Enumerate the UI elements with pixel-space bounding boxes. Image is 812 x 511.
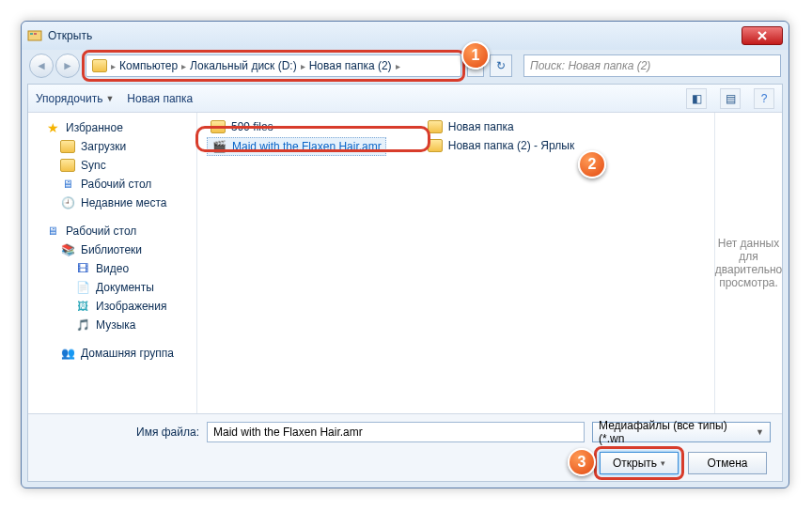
folder-icon [211, 119, 226, 134]
preview-text: Нет данных для дварительно просмотра. [715, 237, 782, 289]
filename-input[interactable] [207, 422, 585, 442]
desktop-icon: 🖥 [60, 177, 75, 192]
chevron-right-icon: ▸ [396, 61, 400, 71]
preview-pane: Нет данных для дварительно просмотра. [714, 113, 782, 413]
libraries-icon: 📚 [60, 242, 75, 257]
cancel-button[interactable]: Отмена [688, 452, 767, 474]
new-folder-label: Новая папка [127, 92, 193, 105]
label: Документы [96, 281, 154, 294]
file-name: Новая папка (2) - Ярлык [448, 139, 574, 152]
sidebar-music[interactable]: 🎵Музыка [28, 316, 196, 334]
file-name: 599 files [231, 120, 273, 133]
file-name: Maid with the Flaxen Hair.amr [232, 140, 382, 153]
toolbar: Упорядочить ▼ Новая папка ◧ ▤ ? [28, 85, 782, 113]
sidebar-sync[interactable]: Sync [28, 156, 196, 175]
file-item-selected[interactable]: 🎬Maid with the Flaxen Hair.amr [207, 137, 386, 156]
pictures-icon: 🖼 [75, 299, 90, 314]
filename-label: Имя файла: [39, 426, 199, 439]
refresh-button[interactable]: ↻ [490, 54, 512, 77]
sidebar-documents[interactable]: 📄Документы [28, 278, 196, 297]
recent-icon: 🕘 [60, 195, 75, 210]
star-icon: ★ [45, 120, 60, 135]
label: Рабочий стол [81, 178, 151, 191]
dialog-footer: Имя файла: Медиафайлы (все типы) (*.wn ▼… [28, 413, 782, 481]
window-close-button[interactable] [742, 26, 783, 45]
label: Библиотеки [81, 243, 142, 256]
chevron-right-icon: ▸ [301, 61, 305, 71]
label: Sync [81, 159, 106, 172]
cancel-label: Отмена [707, 457, 747, 470]
addressbar[interactable]: ▸ Компьютер ▸ Локальный диск (D:) ▸ Нова… [86, 54, 461, 77]
sidebar[interactable]: ★Избранное Загрузки Sync 🖥Рабочий стол 🕘… [28, 113, 197, 413]
nav-forward-button[interactable]: ► [55, 54, 80, 78]
file-item-folder[interactable]: Новая папка [424, 118, 578, 135]
preview-icon: ▤ [726, 92, 736, 105]
app-icon [27, 28, 42, 43]
close-icon [757, 31, 767, 40]
breadcrumb-computer[interactable]: Компьютер [119, 59, 178, 72]
music-icon: 🎵 [75, 317, 90, 333]
open-label: Открыть [613, 457, 657, 470]
label: Недавние места [81, 196, 166, 209]
svg-rect-1 [30, 33, 33, 35]
annotation-badge-1: 1 [461, 41, 490, 70]
svg-rect-2 [34, 33, 37, 35]
desktop-icon: 🖥 [45, 224, 60, 239]
svg-rect-0 [28, 31, 41, 40]
sidebar-desktop[interactable]: 🖥Рабочий стол [28, 175, 196, 194]
sidebar-libraries[interactable]: 📚Библиотеки [28, 240, 196, 259]
nav-buttons: ◄ ► [29, 54, 80, 78]
sidebar-recent[interactable]: 🕘Недавние места [28, 194, 196, 212]
help-button[interactable]: ? [754, 88, 774, 109]
chevron-down-icon: ▾ [661, 458, 665, 468]
sidebar-desktop-root[interactable]: 🖥Рабочий стол [28, 222, 196, 240]
label: Домашняя группа [81, 347, 174, 360]
annotation-badge-3: 3 [568, 448, 596, 476]
label: Избранное [66, 121, 123, 134]
folder-icon [428, 119, 443, 134]
file-item-folder[interactable]: 599 files [207, 118, 386, 135]
refresh-icon: ↻ [496, 59, 506, 72]
annotation-badge-2: 2 [578, 150, 606, 178]
new-folder-button[interactable]: Новая папка [127, 92, 193, 105]
file-name: Новая папка [448, 120, 514, 133]
sidebar-video[interactable]: 🎞Видео [28, 259, 196, 278]
view-options-button[interactable]: ◧ [686, 88, 707, 109]
breadcrumb-disk[interactable]: Локальный диск (D:) [190, 59, 297, 72]
filter-label: Медиафайлы (все типы) (*.wn [599, 419, 756, 445]
label: Музыка [96, 318, 135, 332]
sidebar-favorites[interactable]: ★Избранное [28, 118, 196, 137]
label: Рабочий стол [66, 225, 136, 238]
nav-back-button[interactable]: ◄ [29, 54, 54, 78]
label: Изображения [96, 300, 166, 313]
file-list[interactable]: 599 files 🎬Maid with the Flaxen Hair.amr… [197, 113, 714, 413]
open-button[interactable]: Открыть ▾ [600, 452, 679, 474]
arrow-right-icon: ► [62, 59, 73, 72]
video-icon: 🎞 [75, 261, 90, 276]
search-placeholder: Поиск: Новая папка (2) [530, 59, 650, 72]
homegroup-icon: 👥 [60, 346, 75, 361]
chevron-down-icon: ▼ [105, 94, 114, 103]
file-item-shortcut[interactable]: Новая папка (2) - Ярлык [424, 137, 578, 154]
sidebar-homegroup[interactable]: 👥Домашняя группа [28, 344, 196, 363]
chevron-right-icon: ▸ [181, 61, 186, 71]
window-title: Открыть [48, 29, 92, 42]
label: Видео [96, 262, 129, 275]
view-icon: ◧ [692, 92, 702, 105]
sidebar-pictures[interactable]: 🖼Изображения [28, 297, 196, 316]
sidebar-downloads[interactable]: Загрузки [28, 137, 196, 156]
folder-icon [92, 58, 107, 73]
file-type-filter[interactable]: Медиафайлы (все типы) (*.wn ▼ [592, 422, 771, 442]
breadcrumb-folder[interactable]: Новая папка (2) [309, 59, 392, 72]
label: Загрузки [81, 140, 126, 153]
preview-pane-button[interactable]: ▤ [720, 88, 741, 109]
organize-label: Упорядочить [36, 92, 102, 105]
shortcut-icon [428, 138, 443, 153]
folder-icon [60, 139, 75, 154]
search-input[interactable]: Поиск: Новая папка (2) [523, 54, 781, 77]
nav-row: ◄ ► ▸ Компьютер ▸ Локальный диск (D:) ▸ … [22, 50, 789, 82]
organize-menu[interactable]: Упорядочить ▼ [36, 92, 114, 105]
help-icon: ? [761, 92, 768, 105]
chevron-down-icon: ▼ [756, 427, 764, 437]
dialog-window: Открыть ◄ ► ▸ Компьютер ▸ Локальный диск… [21, 21, 789, 488]
